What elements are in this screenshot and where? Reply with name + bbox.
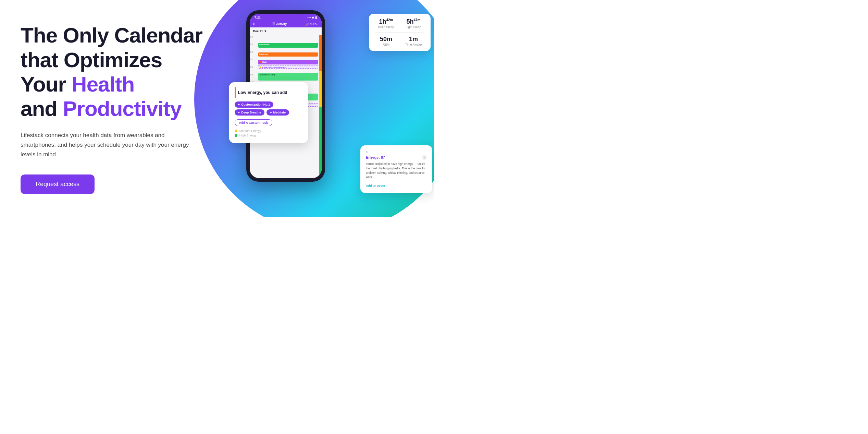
time-awake-stat: 1m Time Awake [402, 36, 424, 46]
time-awake-label: Time Awake [402, 43, 424, 46]
title-health-highlight: Health [72, 72, 134, 96]
event-walk: 🔴 Walk [258, 60, 318, 64]
low-energy-title: Low Energy, you can add [238, 90, 287, 95]
battery-icon: ▮ [315, 16, 317, 19]
time-slot-04: 04 [250, 35, 257, 43]
customization-pill[interactable]: ♥ Customization No.1 [235, 101, 273, 108]
high-energy-dot [235, 134, 237, 137]
nav-title: ☰ Activity [272, 22, 287, 26]
meditate-pill[interactable]: ♥ Meditate [266, 109, 289, 116]
signal-icon: ▪▪▪ [307, 16, 311, 19]
energy-value: 87 [381, 155, 385, 159]
hero-subtitle: Lifestack connects your health data from… [21, 131, 199, 159]
request-access-button[interactable]: Request access [21, 174, 95, 194]
meditate-icon: ♥ [270, 111, 272, 114]
energy-seg-medium [319, 71, 322, 107]
energy-seg-low [319, 35, 322, 71]
low-energy-header: Low Energy, you can add [235, 87, 302, 98]
clock-icon: ⊙ [366, 150, 369, 154]
phone-status-icons: ▪▪▪ ◈ ▮ [307, 16, 317, 19]
rem-stat: 50m REM [375, 36, 397, 46]
medium-energy-row: Medium Energy [235, 129, 302, 133]
energy-option-2-3: ♥ Deep Breathe ♥ Meditate [235, 109, 302, 116]
medium-energy-dot [235, 130, 237, 132]
nav-sleep: 🌙 10h 23m [305, 23, 318, 26]
close-card-button[interactable]: ✕ [422, 155, 427, 160]
energy-bar [319, 35, 322, 178]
high-energy-card-header: Energy: 87 ✕ [366, 155, 427, 160]
wifi-icon: ◈ [312, 16, 314, 19]
phone-status-bar: 7:21 ▪▪▪ ◈ ▮ [250, 14, 322, 21]
hero-left-content: The Only Calendar that Optimizes Your He… [0, 2, 226, 214]
event-meditation: Meditation [258, 43, 318, 48]
menu-icon: ≡ [253, 23, 255, 26]
high-energy-info-card: ⊙ Energy: 87 ✕ You're projected to have … [360, 145, 432, 193]
time-slot-08: 08 [250, 65, 257, 73]
high-energy-label: High Energy [239, 134, 257, 137]
deep-breathe-pill[interactable]: ♥ Deep Breathe [235, 109, 264, 116]
time-awake-value: 1m [402, 36, 424, 42]
activity-icon: ☰ [272, 22, 275, 26]
event-hydrate: 🔔 Click to accept [Hydrate] [258, 65, 318, 69]
rem-value: 50m [375, 36, 397, 42]
add-event-link[interactable]: Add an event [366, 184, 385, 188]
light-sleep-stat: 5h47m Light Sleep [402, 19, 424, 29]
phone-nav-bar: ≡ ☰ Activity 🌙 10h 23m [250, 21, 322, 27]
low-energy-card: Low Energy, you can add ♥ Customization … [229, 82, 308, 143]
heart-icon: ♥ [238, 103, 240, 106]
add-custom-task-button[interactable]: Add A Custom Task [235, 119, 272, 126]
phone-time: 7:21 [255, 16, 261, 19]
title-line-2: that Optimizes [21, 48, 162, 72]
time-slot-05: 05 [250, 43, 257, 50]
light-sleep-value: 5h47m [402, 19, 424, 25]
hero-section: The Only Calendar that Optimizes Your He… [0, 0, 434, 217]
moon-icon: 🌙 [305, 23, 308, 26]
medium-energy-label: Medium Energy [239, 129, 261, 133]
title-productivity-highlight: Productivity [63, 97, 181, 120]
sleep-stats-card: 1h42m Deep Sleep 5h47m Light Sleep 50m R… [369, 14, 431, 51]
deep-sleep-label: Deep Sleep [375, 25, 397, 29]
event-investor: Investor meeting [258, 73, 318, 81]
title-line-1: The Only Calendar [21, 23, 202, 47]
high-energy-card-title: Energy: 87 [366, 155, 385, 159]
energy-icon-row: ⊙ [366, 150, 427, 154]
rem-label: REM [375, 43, 397, 46]
time-slot-09: 09 [250, 73, 257, 81]
energy-seg-high [319, 107, 322, 179]
light-sleep-label: Light Sleep [402, 25, 424, 29]
energy-option-1: ♥ Customization No.1 [235, 101, 302, 108]
phone-date-bar: Dec 21 ▼ [250, 27, 322, 35]
low-energy-indicator [235, 87, 236, 98]
time-slot-07: 07 [250, 58, 257, 65]
hero-title: The Only Calendar that Optimizes Your He… [21, 23, 212, 121]
high-energy-row: High Energy [235, 134, 302, 137]
title-line-4-prefix: and [21, 97, 63, 120]
deep-sleep-value: 1h42m [375, 19, 397, 25]
high-energy-body-text: You're projected to have high energy — t… [366, 162, 427, 179]
event-breakfast: Breakfast [258, 52, 318, 57]
time-slot-06: 06 [250, 50, 257, 58]
title-line-3-prefix: Your [21, 72, 72, 96]
deep-sleep-stat: 1h42m Deep Sleep [375, 19, 397, 29]
hero-right-content: 1h42m Deep Sleep 5h47m Light Sleep 50m R… [226, 0, 434, 217]
breathe-icon: ♥ [238, 111, 240, 114]
